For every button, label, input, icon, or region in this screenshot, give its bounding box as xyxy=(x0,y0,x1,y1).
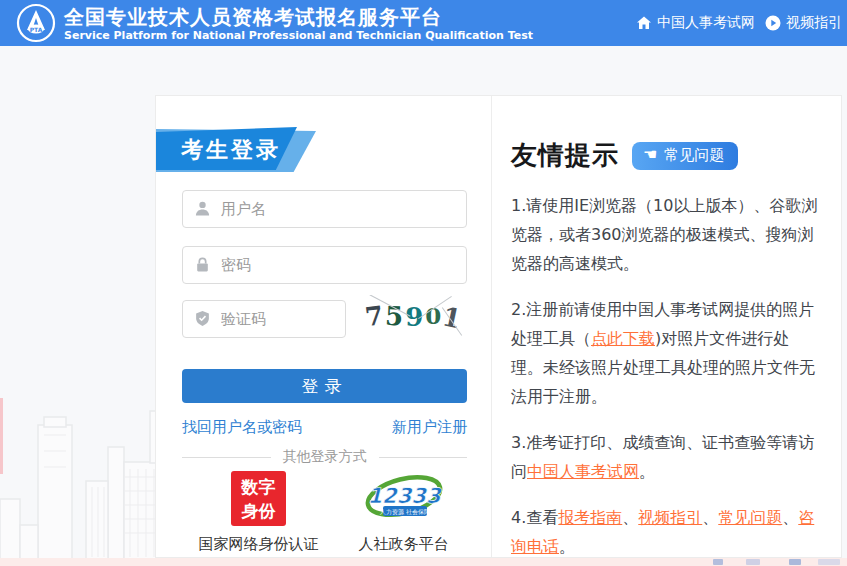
login-button[interactable]: 登录 xyxy=(182,369,467,403)
user-icon xyxy=(194,200,211,217)
register-link[interactable]: 新用户注册 xyxy=(392,418,467,437)
method-12333[interactable]: 12333 人力资源 社会保障 人社政务平台 xyxy=(359,471,449,554)
page-subtitle: Service Platform for National Profession… xyxy=(64,29,533,42)
login-panel: 考生登录 75901 xyxy=(156,96,491,557)
login-ribbon: 考生登录 xyxy=(156,127,297,170)
logo-12333: 12333 人力资源 社会保障 xyxy=(364,471,444,526)
city-skyline xyxy=(0,407,170,559)
tip-link[interactable]: 报考指南 xyxy=(558,508,622,527)
password-input[interactable] xyxy=(182,246,467,284)
nav-item-cpta-home[interactable]: 中国人事考试网 xyxy=(636,14,755,32)
home-icon xyxy=(636,15,652,31)
tip-link[interactable]: 视频指引 xyxy=(638,508,702,527)
login-card: 考生登录 75901 xyxy=(155,95,842,558)
footer-strip xyxy=(0,558,847,566)
digital-id-badge: 数字 身份 xyxy=(231,471,286,526)
play-icon xyxy=(765,15,781,31)
tip-item: 1.请使用IE浏览器（10以上版本）、谷歌浏览器，或者360浏览器的极速模式、搜… xyxy=(511,191,819,278)
page-title: 全国专业技术人员资格考试报名服务平台 xyxy=(64,5,533,29)
left-accent-stripe xyxy=(0,398,3,474)
digital-id-method[interactable]: 数字 身份 国家网络身份认证 xyxy=(199,471,319,554)
other-login-divider: 其他登录方式 xyxy=(182,448,467,466)
tip-item: 2.注册前请使用中国人事考试网提供的照片处理工具（点此下载)对照片文件进行处理。… xyxy=(511,295,819,411)
svg-text:PTA: PTA xyxy=(30,26,43,33)
tip-item: 3.准考证打印、成绩查询、证书查验等请访问中国人事考试网。 xyxy=(511,428,819,486)
nav-item-video-guide[interactable]: 视频指引 xyxy=(765,14,842,32)
app-logo: PTA xyxy=(16,3,56,43)
social-platform-label: 人社政务平台 xyxy=(359,535,449,554)
lock-icon xyxy=(194,256,211,273)
username-input[interactable] xyxy=(182,190,467,228)
digital-id-label: 国家网络身份认证 xyxy=(199,535,319,554)
svg-text:12333: 12333 xyxy=(367,484,441,508)
tips-title: 友情提示 xyxy=(511,138,619,173)
forgot-credentials-link[interactable]: 找回用户名或密码 xyxy=(182,418,302,437)
tip-link[interactable]: 点此下载 xyxy=(591,329,655,348)
tips-panel: 友情提示 ☚ 常见问题 1.请使用IE浏览器（10以上版本）、谷歌浏览器，或者3… xyxy=(492,96,841,557)
svg-text:人力资源 社会保障: 人力资源 社会保障 xyxy=(379,508,430,515)
tip-link[interactable]: 常见问题 xyxy=(718,508,782,527)
app-header: PTA 全国专业技术人员资格考试报名服务平台 Service Platform … xyxy=(0,0,847,46)
captcha-image[interactable]: 75901 xyxy=(359,295,471,342)
header-nav: 中国人事考试网 视频指引 ? 常见问题 xyxy=(636,0,847,46)
tip-item: 4.查看报考指南、视频指引、常见问题、咨询电话。 xyxy=(511,503,819,561)
tips-list: 1.请使用IE浏览器（10以上版本）、谷歌浏览器，或者360浏览器的极速模式、搜… xyxy=(511,191,819,561)
faq-button[interactable]: ☚ 常见问题 xyxy=(632,142,738,170)
tip-link[interactable]: 中国人事考试网 xyxy=(527,462,639,481)
pointing-hand-icon: ☚ xyxy=(643,147,657,163)
login-ribbon-title: 考生登录 xyxy=(181,137,281,162)
shield-icon xyxy=(194,310,211,327)
